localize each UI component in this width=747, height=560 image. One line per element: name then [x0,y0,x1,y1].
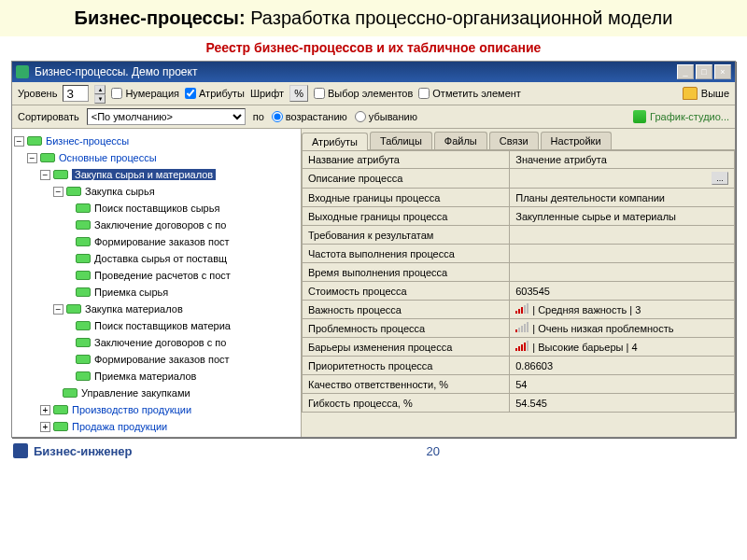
attr-value[interactable]: | Очень низкая проблемность [510,319,735,338]
node-icon [76,338,91,347]
brand-label: Бизнес-инженер [34,444,132,458]
expander-icon[interactable]: − [40,170,50,180]
expander-icon[interactable]: − [14,136,24,147]
attr-value[interactable]: Закупленные сырье и материалы [510,207,735,226]
node-icon [76,371,91,381]
attr-name: Входные границы процесса [303,189,510,207]
graphstudio-button[interactable]: График-студио... [633,110,729,123]
select-elems-checkbox[interactable]: Выбор элементов [314,88,413,99]
attr-name: Барьеры изменения процесса [303,338,510,357]
font-button[interactable]: % [289,85,308,102]
tree-item[interactable]: Продажа продукции [72,421,167,432]
toolbar: Уровень ▲▼ Нумерация Атрибуты Шрифт % Вы… [12,82,735,105]
attr-value[interactable] [510,245,735,263]
tabs: Атрибуты Таблицы Файлы Связи Настройки [302,129,735,150]
numbering-checkbox[interactable]: Нумерация [111,88,179,99]
attr-value[interactable]: | Высокие барьеры | 4 [510,338,735,357]
attr-name: Проблемность процесса [303,319,510,338]
attr-name: Стоимость процесса [303,282,510,301]
attr-value[interactable]: ... [510,169,735,189]
node-icon [40,153,55,162]
tree-item[interactable]: Приемка сырья [94,287,168,298]
attr-value[interactable]: 0.86603 [510,357,735,375]
desc-radio[interactable]: убыванию [355,111,417,122]
attributes-panel: Атрибуты Таблицы Файлы Связи Настройки Н… [302,129,735,437]
title-rest: Разработка процессно-организационной мод… [246,7,673,28]
sort-select[interactable]: <По умолчанию> [87,108,246,125]
ellipsis-button[interactable]: ... [712,172,728,185]
tree-item[interactable]: Формирование заказов пост [94,354,230,365]
expander-icon[interactable]: + [40,422,50,432]
attr-value[interactable] [510,226,735,245]
tree-item[interactable]: Проведение расчетов с пост [94,270,231,281]
folder-icon [683,87,698,100]
node-icon [76,271,91,280]
expander-icon[interactable]: − [53,304,63,315]
tab-files[interactable]: Файлы [434,132,487,149]
level-input[interactable] [63,85,89,102]
tree-item[interactable]: Закупка материалов [85,303,183,315]
tab-attributes[interactable]: Атрибуты [302,133,368,150]
sort-label: Сортировать [18,111,79,122]
attributes-grid: Название атрибута Значение атрибута Опис… [302,150,735,437]
tree-item[interactable]: Доставка сырья от поставщ [94,253,227,264]
titlebar: Бизнес-процессы. Демо проект _ □ × [12,62,735,82]
attr-value[interactable] [510,263,735,282]
tab-settings[interactable]: Настройки [541,132,612,149]
asc-radio[interactable]: возрастанию [272,111,347,122]
attr-value[interactable]: 54 [510,375,735,394]
registry-title: Реестр бизнес-процессов и их табличное о… [0,36,747,61]
attr-name: Приоритетность процесса [303,357,510,375]
above-button[interactable]: Выше [701,88,729,99]
attr-name: Гибкость процесса, % [303,394,510,413]
title-bold: Бизнес-процессы: [75,7,246,28]
attr-value[interactable]: 54.545 [510,394,735,413]
tree-item[interactable]: Управление закупками [81,387,190,399]
attr-name: Описание процесса [303,169,510,189]
attributes-checkbox[interactable]: Атрибуты [185,88,245,99]
brand-icon [13,443,28,458]
node-icon [76,237,91,246]
maximize-button[interactable]: □ [696,64,712,79]
node-icon [76,321,91,330]
font-label: Шрифт [250,88,284,99]
tree-item[interactable]: Заключение договоров с по [94,337,226,348]
node-icon [76,254,91,263]
attr-value[interactable]: Планы деятельности компании [510,189,735,207]
level-stepper[interactable]: ▲▼ [94,85,106,102]
tab-tables[interactable]: Таблицы [370,132,432,149]
tree-item[interactable]: Заключение договоров с по [94,219,226,231]
expander-icon[interactable]: − [53,187,63,197]
tree-item[interactable]: Поиск поставщиков сырья [94,203,219,214]
mark-elem-checkbox[interactable]: Отметить элемент [418,88,521,99]
node-icon [76,203,91,213]
node-icon [27,136,42,146]
tree-item[interactable]: Производство продукции [72,404,191,415]
tree-item-selected[interactable]: Закупка сырья и материалов [72,169,216,180]
expander-icon[interactable]: − [27,153,37,163]
tree-item[interactable]: Приемка материалов [94,371,196,382]
by-label: по [253,111,264,122]
attr-value[interactable]: | Средняя важность | 3 [510,301,735,319]
tree-item[interactable]: Закупка сырья [85,186,155,197]
col-value[interactable]: Значение атрибута [510,151,735,169]
tree-item[interactable]: Бизнес-процессы [46,135,129,147]
graphstudio-icon [633,110,646,123]
tree-item[interactable]: Формирование заказов пост [94,236,230,247]
close-button[interactable]: × [714,64,731,79]
node-icon [66,304,81,314]
node-icon [53,170,68,179]
window-body: −Бизнес-процессы −Основные процессы −Зак… [12,129,735,437]
attr-value[interactable]: 603545 [510,282,735,301]
tab-links[interactable]: Связи [489,132,539,149]
col-name[interactable]: Название атрибута [303,151,510,169]
window-title: Бизнес-процессы. Демо проект [35,65,197,78]
expander-icon[interactable]: + [40,405,50,415]
attr-name: Качество ответственности, % [303,375,510,394]
minimize-button[interactable]: _ [677,64,694,79]
tree-item[interactable]: Поиск поставщиков материа [94,320,231,331]
attr-name: Выходные границы процесса [303,207,510,226]
tree-item[interactable]: Основные процессы [59,152,157,163]
node-icon [66,187,81,196]
attr-name: Требования к результатам [303,226,510,245]
